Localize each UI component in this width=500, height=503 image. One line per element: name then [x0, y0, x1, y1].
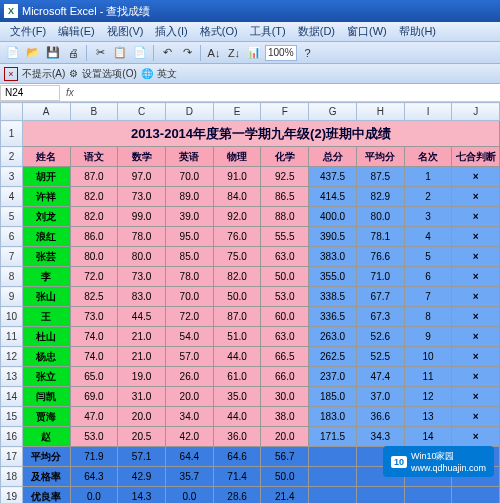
hdr-avg[interactable]: 平均分 — [356, 147, 404, 167]
cell[interactable] — [309, 467, 357, 487]
cell[interactable]: 42.9 — [118, 467, 166, 487]
col-F[interactable]: F — [261, 103, 309, 121]
sort-asc-icon[interactable]: A↓ — [205, 44, 223, 62]
cell[interactable]: 42.0 — [165, 427, 213, 447]
cell-avg[interactable]: 80.0 — [356, 207, 404, 227]
cell-total[interactable]: 338.5 — [309, 287, 357, 307]
row-17[interactable]: 17 — [1, 447, 23, 467]
cell[interactable]: 55.5 — [261, 227, 309, 247]
cell-avg[interactable]: 37.0 — [356, 387, 404, 407]
cell[interactable]: 73.0 — [70, 307, 118, 327]
cell[interactable]: 69.0 — [70, 387, 118, 407]
cell-total[interactable]: 185.0 — [309, 387, 357, 407]
cell-judge[interactable]: × — [452, 327, 500, 347]
task-label3[interactable]: 英文 — [157, 67, 177, 81]
chart-icon[interactable]: 📊 — [245, 44, 263, 62]
col-G[interactable]: G — [309, 103, 357, 121]
cell[interactable]: 50.0 — [261, 467, 309, 487]
cell[interactable]: 64.4 — [165, 447, 213, 467]
cell[interactable]: 73.0 — [118, 187, 166, 207]
cell[interactable]: 31.0 — [118, 387, 166, 407]
cell-rank[interactable]: 10 — [404, 347, 452, 367]
cell-avg[interactable]: 76.6 — [356, 247, 404, 267]
cell-judge[interactable]: × — [452, 187, 500, 207]
redo-icon[interactable]: ↷ — [178, 44, 196, 62]
open-icon[interactable]: 📂 — [24, 44, 42, 62]
row-3[interactable]: 3 — [1, 167, 23, 187]
summary-label[interactable]: 及格率 — [22, 467, 70, 487]
cell[interactable]: 61.0 — [213, 367, 261, 387]
cell[interactable]: 44.5 — [118, 307, 166, 327]
hdr-physics[interactable]: 物理 — [213, 147, 261, 167]
cell-judge[interactable]: × — [452, 407, 500, 427]
cell-avg[interactable]: 47.4 — [356, 367, 404, 387]
cell[interactable]: 53.0 — [261, 287, 309, 307]
cell[interactable]: 35.7 — [165, 467, 213, 487]
close-icon[interactable]: × — [4, 67, 18, 81]
cell-rank[interactable]: 7 — [404, 287, 452, 307]
cell[interactable]: 82.0 — [70, 187, 118, 207]
menu-file[interactable]: 文件(F) — [4, 24, 52, 39]
cell-name[interactable]: 胡开 — [22, 167, 70, 187]
lang-icon[interactable]: 🌐 — [141, 68, 153, 79]
cell-total[interactable]: 400.0 — [309, 207, 357, 227]
cell-avg[interactable]: 87.5 — [356, 167, 404, 187]
cell[interactable]: 56.7 — [261, 447, 309, 467]
cell-rank[interactable]: 9 — [404, 327, 452, 347]
row-16[interactable]: 16 — [1, 427, 23, 447]
cell[interactable]: 75.0 — [213, 247, 261, 267]
cell[interactable]: 39.0 — [165, 207, 213, 227]
cell[interactable]: 86.0 — [70, 227, 118, 247]
row-11[interactable]: 11 — [1, 327, 23, 347]
col-C[interactable]: C — [118, 103, 166, 121]
cell-avg[interactable]: 78.1 — [356, 227, 404, 247]
cell[interactable]: 60.0 — [261, 307, 309, 327]
row-9[interactable]: 9 — [1, 287, 23, 307]
sort-desc-icon[interactable]: Z↓ — [225, 44, 243, 62]
cell-judge[interactable]: × — [452, 227, 500, 247]
col-H[interactable]: H — [356, 103, 404, 121]
cell-name[interactable]: 李 — [22, 267, 70, 287]
cell[interactable]: 82.0 — [213, 267, 261, 287]
col-B[interactable]: B — [70, 103, 118, 121]
row-1[interactable]: 1 — [1, 121, 23, 147]
cell-name[interactable]: 张芸 — [22, 247, 70, 267]
cell[interactable]: 80.0 — [118, 247, 166, 267]
cell[interactable]: 44.0 — [213, 407, 261, 427]
row-8[interactable]: 8 — [1, 267, 23, 287]
cell[interactable]: 74.0 — [70, 347, 118, 367]
cell[interactable]: 66.5 — [261, 347, 309, 367]
cell[interactable]: 20.0 — [261, 427, 309, 447]
cell-judge[interactable]: × — [452, 307, 500, 327]
cell-rank[interactable]: 13 — [404, 407, 452, 427]
cell[interactable]: 64.6 — [213, 447, 261, 467]
cell-total[interactable]: 262.5 — [309, 347, 357, 367]
menu-help[interactable]: 帮助(H) — [393, 24, 442, 39]
col-A[interactable]: A — [22, 103, 70, 121]
zoom-select[interactable]: 100% — [265, 45, 297, 61]
cell-rank[interactable]: 14 — [404, 427, 452, 447]
cell-name[interactable]: 王 — [22, 307, 70, 327]
cell[interactable]: 74.0 — [70, 327, 118, 347]
cell-total[interactable]: 183.0 — [309, 407, 357, 427]
cell[interactable]: 35.0 — [213, 387, 261, 407]
row-10[interactable]: 10 — [1, 307, 23, 327]
cell-rank[interactable]: 2 — [404, 187, 452, 207]
cell[interactable]: 44.0 — [213, 347, 261, 367]
menu-edit[interactable]: 编辑(E) — [52, 24, 101, 39]
cell[interactable] — [309, 487, 357, 504]
cell-judge[interactable]: × — [452, 367, 500, 387]
cell[interactable]: 71.9 — [70, 447, 118, 467]
row-7[interactable]: 7 — [1, 247, 23, 267]
cell-judge[interactable]: × — [452, 167, 500, 187]
cell[interactable]: 70.0 — [165, 167, 213, 187]
cell[interactable] — [452, 487, 500, 504]
col-E[interactable]: E — [213, 103, 261, 121]
cell[interactable]: 71.4 — [213, 467, 261, 487]
hdr-judge[interactable]: 七合判断 — [452, 147, 500, 167]
cell[interactable]: 64.3 — [70, 467, 118, 487]
new-icon[interactable]: 📄 — [4, 44, 22, 62]
row-15[interactable]: 15 — [1, 407, 23, 427]
hdr-total[interactable]: 总分 — [309, 147, 357, 167]
cell[interactable]: 73.0 — [118, 267, 166, 287]
